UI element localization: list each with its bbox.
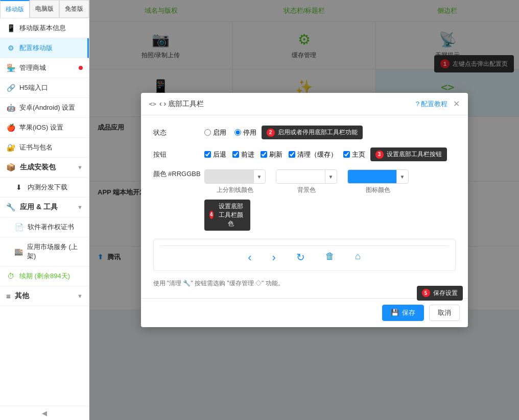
btn-forward-option[interactable]: 前进 xyxy=(232,150,254,159)
sidebar-tab-group: 移动版 电脑版 免签版 xyxy=(0,0,89,18)
section-other: ≡ 其他 ▼ xyxy=(0,286,89,306)
sidebar-item-market[interactable]: 🏬 应用市场服务 (上架) xyxy=(0,237,89,266)
preview-area: ‹ › ↻ 🗑 ⌂ xyxy=(153,239,456,271)
button-badge: 3 xyxy=(375,151,384,159)
color-badge: 4 xyxy=(209,211,214,219)
sidebar-item-copyright[interactable]: 📄 软件著作权证书 xyxy=(0,217,89,237)
icon-color-field: ▼ 图标颜色 xyxy=(347,169,409,194)
btn-home-checkbox[interactable] xyxy=(343,151,350,158)
cancel-button[interactable]: 取消 xyxy=(429,305,460,321)
status-enable-radio[interactable] xyxy=(204,129,211,136)
status-badge: 2 xyxy=(267,129,275,137)
status-radio-group: 启用 停用 xyxy=(204,128,256,137)
modal-header: <> ‹ › 底部工具栏 ? 配置教程 ✕ xyxy=(141,93,468,115)
other-icon: ≡ xyxy=(6,292,11,301)
cert-icon: 🔐 xyxy=(6,143,15,152)
sidebar-item-android[interactable]: 🤖 安卓(Android) 设置 xyxy=(0,98,89,118)
status-hint-box: 2 启用或者停用底部工具栏功能 xyxy=(262,126,363,139)
color-hint-text: 设置底部工具栏颜色 xyxy=(217,202,245,228)
modal-body: 状态 启用 停用 2 xyxy=(141,115,468,298)
sidebar-item-internal[interactable]: ⬇ 内测分发下载 xyxy=(0,178,89,197)
modal-title: <> ‹ › 底部工具栏 xyxy=(149,100,204,109)
sidebar-item-expiry[interactable]: ⏱ 续期 (剩余894天) xyxy=(0,266,89,286)
modal-note: 使用 "清理 🔧" 按钮需选购 "缓存管理 ◇" 功能。 xyxy=(153,279,456,288)
chevron-down-icon: ▼ xyxy=(77,164,83,170)
tools-icon: 🔧 xyxy=(6,203,16,212)
notification-badge xyxy=(79,66,83,70)
color-row-inner: ▼ 上分割线颜色 ▼ 背景色 xyxy=(204,169,409,194)
tab-free[interactable]: 免签版 xyxy=(59,0,89,18)
divider-color-preview xyxy=(205,170,253,183)
help-link[interactable]: ? 配置教程 xyxy=(416,100,448,109)
button-hint-box: 3 设置底部工具栏按钮 xyxy=(370,147,447,161)
tab-pc[interactable]: 电脑版 xyxy=(30,0,59,18)
btn-refresh-checkbox[interactable] xyxy=(261,151,267,158)
btn-clear-option[interactable]: 清理（缓存） xyxy=(289,150,337,159)
status-label: 状态 xyxy=(153,128,204,137)
save-button[interactable]: 💾 保存 xyxy=(382,305,424,321)
button-hint-text: 设置底部工具栏按钮 xyxy=(387,150,442,159)
tab-mobile[interactable]: 移动版 xyxy=(0,0,30,18)
button-checkbox-group: 后退 前进 刷新 清理 xyxy=(204,150,365,159)
ios-icon: 🍎 xyxy=(6,123,15,132)
preview-home-icon: ⌂ xyxy=(355,251,361,264)
sidebar-item-manage-store[interactable]: 🏪 管理商城 xyxy=(0,58,89,78)
store-icon: 🏪 xyxy=(6,64,15,72)
btn-clear-checkbox[interactable] xyxy=(289,151,295,158)
doc-icon: 📄 xyxy=(14,223,23,231)
chevron-down-icon-2: ▼ xyxy=(77,204,83,210)
divider-dropdown-arrow: ▼ xyxy=(253,170,265,183)
close-icon[interactable]: ✕ xyxy=(453,99,460,109)
main-content: 域名与版权 状态栏/标题栏 侧边栏 📷 拍照/录制上传 ⚙ 缓存管理 📡 无网提… xyxy=(89,0,519,420)
bg-color-preview xyxy=(276,170,325,183)
icon-color-select[interactable]: ▼ xyxy=(347,169,409,184)
save-badge: 5 xyxy=(422,289,430,297)
collapse-button[interactable]: ◀ xyxy=(0,406,89,420)
section-generate: 📦 生成安装包 ▼ xyxy=(0,158,89,178)
download-icon: ⬇ xyxy=(14,183,23,191)
btn-forward-checkbox[interactable] xyxy=(232,151,239,158)
color-row: 颜色 #RRGGBB ▼ 上分割线颜色 xyxy=(153,169,456,230)
save-hint-text: 保存设置 xyxy=(433,289,458,298)
btn-refresh-option[interactable]: 刷新 xyxy=(261,150,282,159)
status-content: 启用 停用 2 启用或者停用底部工具栏功能 xyxy=(204,126,363,139)
sidebar-item-config-mobile[interactable]: ⚙ 配置移动版 xyxy=(0,38,89,58)
code-icon: <> xyxy=(149,101,156,108)
sidebar-item-ios[interactable]: 🍎 苹果(iOS) 设置 xyxy=(0,118,89,138)
btn-back-option[interactable]: 后退 xyxy=(204,150,226,159)
sidebar-item-mobile-basic[interactable]: 📱 移动版基本信息 xyxy=(0,18,89,38)
color-content: ▼ 上分割线颜色 ▼ 背景色 xyxy=(204,169,456,230)
bg-color-label: 背景色 xyxy=(297,186,316,194)
preview-clear-icon: 🗑 xyxy=(325,251,335,264)
status-disable-option[interactable]: 停用 xyxy=(234,128,256,137)
modal-header-actions: ? 配置教程 ✕ xyxy=(416,99,460,109)
status-disable-radio[interactable] xyxy=(234,129,241,136)
config-icon: ⚙ xyxy=(6,44,15,52)
button-content: 后退 前进 刷新 清理 xyxy=(204,147,447,161)
bg-color-select[interactable]: ▼ xyxy=(276,169,337,184)
package-icon: 📦 xyxy=(6,163,16,172)
divider-color-select[interactable]: ▼ xyxy=(204,169,266,184)
divider-color-field: ▼ 上分割线颜色 xyxy=(204,169,266,194)
mobile-icon: 📱 xyxy=(6,24,15,32)
modal-overlay: <> ‹ › 底部工具栏 ? 配置教程 ✕ 状态 xyxy=(89,0,519,420)
button-row: 按钮 后退 前进 xyxy=(153,147,456,161)
preview-refresh-icon: ↻ xyxy=(296,251,305,264)
icon-dropdown-arrow: ▼ xyxy=(396,170,408,183)
status-enable-option[interactable]: 启用 xyxy=(204,128,226,137)
market-icon: 🏬 xyxy=(14,248,23,256)
preview-back-icon: ‹ xyxy=(248,251,251,264)
preview-separator xyxy=(160,245,449,246)
collapse-icon: ◀ xyxy=(42,409,47,417)
button-label: 按钮 xyxy=(153,150,204,159)
section-apps: 🔧 应用 & 工具 ▼ xyxy=(0,197,89,217)
status-row: 状态 启用 停用 2 xyxy=(153,126,456,139)
status-hint-text: 启用或者停用底部工具栏功能 xyxy=(278,128,358,137)
btn-home-option[interactable]: 主页 xyxy=(343,150,365,159)
save-hint-box: 5 保存设置 xyxy=(417,286,463,301)
icon-color-preview xyxy=(348,170,396,183)
btn-back-checkbox[interactable] xyxy=(204,151,211,158)
sidebar-item-certificate[interactable]: 🔐 证书与包名 xyxy=(0,138,89,158)
bottom-toolbar-modal: <> ‹ › 底部工具栏 ? 配置教程 ✕ 状态 xyxy=(141,93,468,327)
sidebar-item-h5[interactable]: 🔗 H5端入口 xyxy=(0,78,89,98)
